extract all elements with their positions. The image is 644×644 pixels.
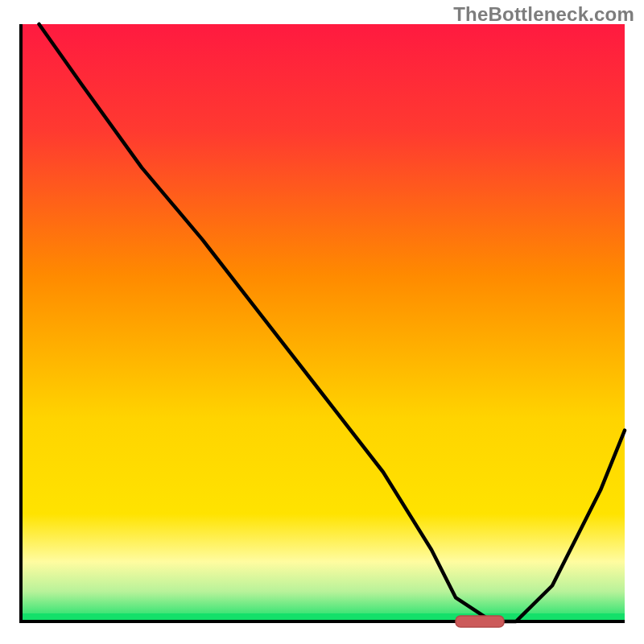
optimum-marker — [456, 616, 504, 627]
chart-svg — [0, 0, 644, 644]
watermark-text: TheBottleneck.com — [453, 3, 634, 26]
bottleneck-chart: TheBottleneck.com — [0, 0, 644, 644]
heat-background — [21, 24, 625, 621]
